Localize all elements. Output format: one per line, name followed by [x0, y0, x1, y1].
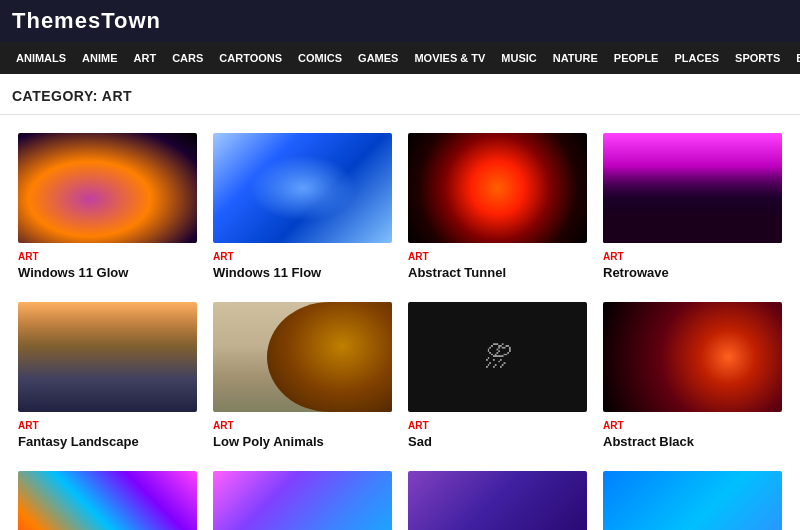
- nav-item-music[interactable]: MUSIC: [493, 42, 544, 74]
- nav-list: ANIMALS ANIME ART CARS CARTOONS COMICS G…: [8, 42, 800, 74]
- nav-item-art[interactable]: ART: [126, 42, 165, 74]
- card-sad[interactable]: ⛈ ART Sad: [400, 302, 595, 471]
- card-thumb-row3-3: [408, 471, 587, 530]
- card-category-0: ART: [18, 251, 197, 262]
- nav-link-comics[interactable]: COMICS: [290, 42, 350, 74]
- card-fantasy-landscape[interactable]: ART Fantasy Landscape: [10, 302, 205, 471]
- nav-item-animals[interactable]: ANIMALS: [8, 42, 74, 74]
- card-abstract-tunnel[interactable]: ART Abstract Tunnel: [400, 133, 595, 302]
- nav-link-cars[interactable]: CARS: [164, 42, 211, 74]
- nav-link-art[interactable]: ART: [126, 42, 165, 74]
- logo-text: ThemesTown: [12, 8, 161, 33]
- card-thumb-row3-1: [18, 471, 197, 530]
- card-thumb-abstract-black: [603, 302, 782, 412]
- card-thumb-fantasy: [18, 302, 197, 412]
- card-category-5: ART: [213, 420, 392, 431]
- nav-link-places[interactable]: PLACES: [666, 42, 727, 74]
- card-thumb-windows-flow: [213, 133, 392, 243]
- nav-item-comics[interactable]: COMICS: [290, 42, 350, 74]
- card-category-3: ART: [603, 251, 782, 262]
- card-thumb-sad: ⛈: [408, 302, 587, 412]
- card-thumb-row3-2: [213, 471, 392, 530]
- retrowave-palms: [603, 166, 782, 243]
- card-title-0: Windows 11 Glow: [18, 265, 197, 282]
- nav-link-people[interactable]: PEOPLE: [606, 42, 667, 74]
- nav-link-games[interactable]: GAMES: [350, 42, 406, 74]
- card-title-7: Abstract Black: [603, 434, 782, 451]
- card-title-3: Retrowave: [603, 265, 782, 282]
- category-heading-text: CATEGORY: ART: [12, 88, 132, 104]
- nav-item-movies[interactable]: MOVIES & TV: [406, 42, 493, 74]
- card-windows-flow[interactable]: ART Windows 11 Flow: [205, 133, 400, 302]
- card-title-6: Sad: [408, 434, 587, 451]
- nav-link-cartoons[interactable]: CARTOONS: [211, 42, 290, 74]
- nav-link-animals[interactable]: ANIMALS: [8, 42, 74, 74]
- card-title-1: Windows 11 Flow: [213, 265, 392, 282]
- card-category-4: ART: [18, 420, 197, 431]
- category-heading: CATEGORY: ART: [0, 74, 800, 115]
- nav-item-nature[interactable]: NATURE: [545, 42, 606, 74]
- main-nav: ANIMALS ANIME ART CARS CARTOONS COMICS G…: [0, 42, 800, 74]
- site-header: ThemesTown: [0, 0, 800, 42]
- card-low-poly-animals[interactable]: ART Low Poly Animals: [205, 302, 400, 471]
- nav-link-nature[interactable]: NATURE: [545, 42, 606, 74]
- card-title-4: Fantasy Landscape: [18, 434, 197, 451]
- card-category-2: ART: [408, 251, 587, 262]
- nav-link-music[interactable]: MUSIC: [493, 42, 544, 74]
- nav-item-places[interactable]: PLACES: [666, 42, 727, 74]
- nav-item-cars[interactable]: CARS: [164, 42, 211, 74]
- nav-link-movies[interactable]: MOVIES & TV: [406, 42, 493, 74]
- card-thumb-windows-glow: [18, 133, 197, 243]
- sad-cloud-icon: ⛈: [484, 340, 512, 373]
- nav-item-people[interactable]: PEOPLE: [606, 42, 667, 74]
- card-windows-glow[interactable]: ART Windows 11 Glow: [10, 133, 205, 302]
- card-category-1: ART: [213, 251, 392, 262]
- card-row3-2[interactable]: [205, 471, 400, 530]
- card-thumb-retrowave: [603, 133, 782, 243]
- nav-item-games[interactable]: GAMES: [350, 42, 406, 74]
- nav-link-best-themes[interactable]: BEST THEMES: [788, 42, 800, 74]
- nav-item-anime[interactable]: ANIME: [74, 42, 125, 74]
- card-row3-1[interactable]: [10, 471, 205, 530]
- card-retrowave[interactable]: ART Retrowave: [595, 133, 790, 302]
- card-category-7: ART: [603, 420, 782, 431]
- nav-item-sports[interactable]: SPORTS: [727, 42, 788, 74]
- nav-item-cartoons[interactable]: CARTOONS: [211, 42, 290, 74]
- card-grid: ART Windows 11 Glow ART Windows 11 Flow …: [0, 117, 800, 530]
- nav-item-best-themes[interactable]: BEST THEMES: [788, 42, 800, 74]
- card-thumb-row3-4: [603, 471, 782, 530]
- card-thumb-eagle: [213, 302, 392, 412]
- nav-link-sports[interactable]: SPORTS: [727, 42, 788, 74]
- card-category-6: ART: [408, 420, 587, 431]
- site-logo[interactable]: ThemesTown: [12, 8, 161, 34]
- card-abstract-black[interactable]: ART Abstract Black: [595, 302, 790, 471]
- card-thumb-tunnel: [408, 133, 587, 243]
- card-row3-3[interactable]: [400, 471, 595, 530]
- card-title-5: Low Poly Animals: [213, 434, 392, 451]
- card-row3-4[interactable]: [595, 471, 790, 530]
- nav-link-anime[interactable]: ANIME: [74, 42, 125, 74]
- card-title-2: Abstract Tunnel: [408, 265, 587, 282]
